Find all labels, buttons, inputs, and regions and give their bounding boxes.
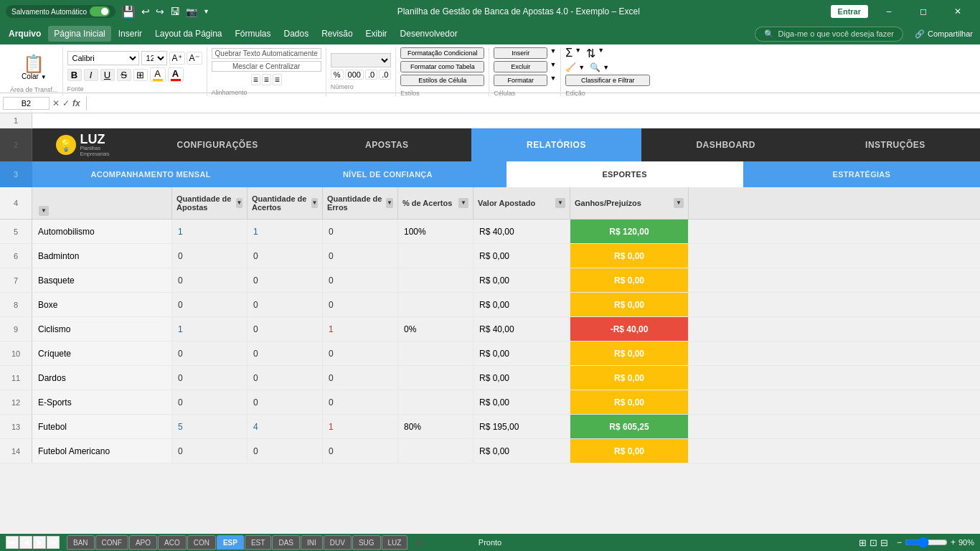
nav-tab-apostas[interactable]: APOSTAS	[302, 128, 471, 161]
conditional-format-button[interactable]: Formatação Condicional	[400, 47, 484, 59]
cell-qtd-10[interactable]: 0	[172, 342, 248, 365]
colar-button[interactable]: 📋	[23, 55, 44, 72]
cell-ganhos-10[interactable]: R$ 0,00	[570, 342, 689, 365]
sub-tab-nivel[interactable]: NÍVEL DE CONFIANÇA	[269, 161, 506, 187]
cell-erros-12[interactable]: 0	[323, 390, 398, 414]
cell-sport-8[interactable]: Boxe	[32, 293, 172, 316]
sum-dropdown-icon[interactable]: ▼	[575, 47, 581, 60]
cell-pct-8[interactable]	[398, 293, 473, 316]
formula-bar-fx-icon[interactable]: fx	[72, 98, 80, 108]
cell-ganhos-9[interactable]: -R$ 40,00	[570, 317, 689, 341]
cell-ganhos-12[interactable]: R$ 0,00	[570, 390, 689, 414]
cell-erros-13[interactable]: 1	[323, 415, 398, 438]
cell-acertos-9[interactable]: 0	[248, 317, 323, 341]
cell-sport-9[interactable]: Ciclismo	[32, 317, 172, 341]
cell-name-box[interactable]: B2	[3, 97, 50, 110]
cell-qtd-9[interactable]: 1	[172, 317, 248, 341]
cell-qtd-14[interactable]: 0	[172, 439, 248, 463]
cell-qtd-7[interactable]: 0	[172, 268, 248, 292]
cell-valor-9[interactable]: R$ 40,00	[473, 317, 570, 341]
cell-ganhos-14[interactable]: R$ 0,00	[570, 439, 689, 463]
save2-icon[interactable]: 🖫	[170, 6, 180, 17]
cell-acertos-5[interactable]: 1	[248, 220, 323, 243]
cell-sport-7[interactable]: Basquete	[32, 268, 172, 292]
cell-valor-13[interactable]: R$ 195,00	[473, 415, 570, 438]
cell-sport-13[interactable]: Futebol	[32, 415, 172, 438]
sub-tab-acompanhamento[interactable]: ACOMPANHAMENTO MENSAL	[32, 161, 269, 187]
cell-acertos-6[interactable]: 0	[248, 244, 323, 268]
cell-erros-9[interactable]: 1	[323, 317, 398, 341]
strikethrough-button[interactable]: S	[117, 69, 131, 81]
sort-az-icon[interactable]: ⇅	[586, 47, 595, 60]
cell-valor-5[interactable]: R$ 40,00	[473, 220, 570, 243]
undo-icon[interactable]: ↩	[141, 6, 150, 17]
menu-arquivo[interactable]: Arquivo	[3, 26, 47, 42]
border-button[interactable]: ⊞	[133, 69, 148, 81]
menu-formulas[interactable]: Fórmulas	[230, 26, 277, 42]
cell-ganhos-13[interactable]: R$ 605,25	[570, 415, 689, 438]
italic-button[interactable]: I	[84, 69, 98, 81]
restore-button[interactable]: ◻	[907, 0, 940, 23]
cell-pct-5[interactable]: 100%	[398, 220, 473, 243]
filter-valor-icon[interactable]: ▼	[555, 198, 565, 208]
cell-pct-10[interactable]	[398, 342, 473, 365]
cell-erros-5[interactable]: 0	[323, 220, 398, 243]
cell-erros-14[interactable]: 0	[323, 439, 398, 463]
cell-pct-12[interactable]	[398, 390, 473, 414]
filter-pct-icon[interactable]: ▼	[458, 198, 468, 208]
camera-icon[interactable]: 📷	[186, 6, 197, 17]
decrease-decimal-button[interactable]: .0	[379, 70, 391, 80]
font-color-button[interactable]: A	[168, 67, 184, 82]
format-button[interactable]: Formatar	[494, 75, 547, 86]
format-as-table-button[interactable]: Formatar como Tabela	[400, 61, 484, 72]
fill-color-button[interactable]: A	[150, 67, 166, 82]
formula-bar-check-icon[interactable]: ✓	[62, 98, 70, 108]
cell-erros-10[interactable]: 0	[323, 342, 398, 365]
cell-pct-6[interactable]	[398, 244, 473, 268]
decrease-font-button[interactable]: A⁻	[187, 52, 202, 65]
align-left-button[interactable]: ≡	[251, 74, 260, 85]
cell-pct-7[interactable]	[398, 268, 473, 292]
cell-sport-12[interactable]: E-Sports	[32, 390, 172, 414]
cell-acertos-10[interactable]: 0	[248, 342, 323, 365]
dropdown-icon[interactable]: ▼	[203, 8, 209, 15]
formula-bar-x-icon[interactable]: ✕	[52, 98, 60, 108]
find-icon[interactable]: 🔍	[590, 62, 600, 72]
close-button[interactable]: ✕	[941, 0, 974, 23]
sum-icon[interactable]: Σ	[565, 47, 573, 60]
align-center-button[interactable]: ≡	[262, 74, 271, 85]
cell-ganhos-11[interactable]: R$ 0,00	[570, 366, 689, 390]
menu-desenvolvedor[interactable]: Desenvolvedor	[395, 26, 463, 42]
percent-button[interactable]: %	[331, 70, 344, 80]
increase-decimal-button[interactable]: .0	[365, 70, 377, 80]
clear-icon[interactable]: 🧹	[565, 62, 576, 72]
cell-qtd-6[interactable]: 0	[172, 244, 248, 268]
align-right-button[interactable]: ≡	[273, 74, 282, 85]
save-icon[interactable]: 💾	[121, 5, 136, 19]
cell-valor-12[interactable]: R$ 0,00	[473, 390, 570, 414]
wrap-text-button[interactable]: Quebrar Texto Automaticamente	[212, 48, 321, 59]
format-dropdown-icon[interactable]: ▼	[550, 75, 556, 86]
menu-inserir[interactable]: Inserir	[113, 26, 148, 42]
cell-valor-10[interactable]: R$ 0,00	[473, 342, 570, 365]
cell-erros-11[interactable]: 0	[323, 366, 398, 390]
cell-erros-6[interactable]: 0	[323, 244, 398, 268]
sub-tab-estrategias[interactable]: ESTRATÉGIAS	[743, 161, 980, 187]
cell-qtd-13[interactable]: 5	[172, 415, 248, 438]
menu-dados[interactable]: Dados	[278, 26, 315, 42]
cell-valor-6[interactable]: R$ 0,00	[473, 244, 570, 268]
formula-input[interactable]	[93, 96, 977, 110]
sort-dropdown-icon[interactable]: ▼	[598, 47, 604, 60]
clear-dropdown-icon[interactable]: ▼	[578, 64, 585, 71]
colar-label[interactable]: Colar ▼	[22, 72, 47, 80]
cell-pct-9[interactable]: 0%	[398, 317, 473, 341]
cell-pct-11[interactable]	[398, 366, 473, 390]
cell-valor-14[interactable]: R$ 0,00	[473, 439, 570, 463]
merge-center-button[interactable]: Mesclar e Centralizar	[212, 61, 321, 72]
minimize-button[interactable]: –	[872, 0, 905, 23]
entrar-button[interactable]: Entrar	[831, 5, 868, 18]
autosave-pill[interactable]	[90, 6, 110, 17]
nav-tab-dashboard[interactable]: DASHBOARD	[641, 128, 811, 161]
find-dropdown-icon[interactable]: ▼	[603, 64, 609, 71]
cell-acertos-13[interactable]: 4	[248, 415, 323, 438]
